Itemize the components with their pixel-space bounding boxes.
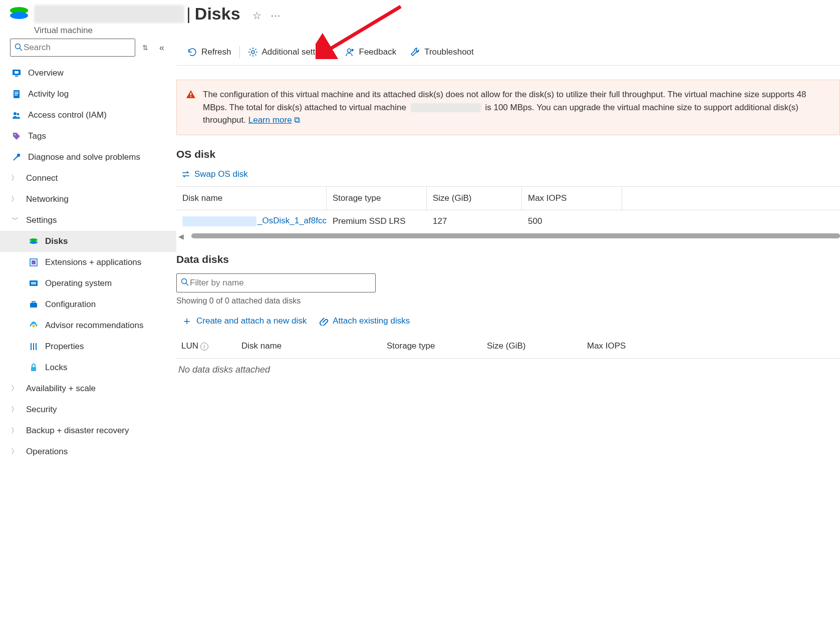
sidebar-item-locks[interactable]: Locks bbox=[0, 357, 176, 378]
expand-collapse-icon[interactable]: ⇅ bbox=[142, 44, 148, 52]
sidebar-item-label: Locks bbox=[45, 363, 67, 373]
sidebar-group-networking[interactable]: 〉Networking bbox=[0, 189, 176, 210]
attach-existing-disk-button[interactable]: Attach existing disks bbox=[320, 316, 410, 326]
sidebar-search[interactable] bbox=[10, 39, 135, 57]
page-header: | Disks ☆ ⋯ Virtual machine bbox=[0, 0, 840, 36]
sidebar-item-extensions[interactable]: Extensions + applications bbox=[0, 252, 176, 273]
attach-icon bbox=[320, 317, 329, 326]
sidebar-group-backup[interactable]: 〉Backup + disaster recovery bbox=[0, 420, 176, 441]
svg-rect-23 bbox=[33, 343, 34, 350]
sidebar-item-label: Settings bbox=[26, 215, 57, 225]
svg-point-30 bbox=[182, 279, 187, 284]
svg-rect-16 bbox=[32, 260, 36, 264]
data-disk-table-header: LUNi Disk name Storage type Size (GiB) M… bbox=[176, 335, 840, 359]
os-disk-table: Disk name Storage type Size (GiB) Max IO… bbox=[176, 186, 840, 240]
sidebar-item-operating-system[interactable]: Operating system bbox=[0, 273, 176, 294]
more-menu-icon[interactable]: ⋯ bbox=[270, 10, 282, 22]
sidebar-group-security[interactable]: 〉Security bbox=[0, 399, 176, 420]
svg-point-26 bbox=[251, 51, 254, 54]
sidebar-group-availability[interactable]: 〉Availability + scale bbox=[0, 378, 176, 399]
additional-settings-button[interactable]: Additional settings bbox=[241, 39, 338, 65]
col-size[interactable]: Size (GiB) bbox=[427, 187, 522, 210]
scroll-left-icon[interactable]: ◀ bbox=[178, 232, 184, 240]
sidebar-item-disks[interactable]: Disks bbox=[0, 231, 176, 252]
cell-max-iops: 500 bbox=[522, 216, 622, 226]
svg-point-9 bbox=[14, 112, 17, 115]
toolbar-label: Refresh bbox=[201, 47, 231, 57]
sidebar-group-settings[interactable]: 〉Settings bbox=[0, 210, 176, 231]
sidebar: ⇅ « Overview Activity log Access control… bbox=[0, 36, 176, 624]
feedback-button[interactable]: Feedback bbox=[338, 39, 404, 65]
sidebar-item-label: Advisor recommendations bbox=[45, 321, 144, 331]
favorite-star-icon[interactable]: ☆ bbox=[252, 10, 261, 22]
col-disk-name[interactable]: Disk name bbox=[176, 187, 327, 210]
sidebar-item-advisor[interactable]: Advisor recommendations bbox=[0, 315, 176, 336]
scroll-track[interactable] bbox=[191, 233, 840, 238]
svg-rect-28 bbox=[190, 93, 191, 95]
col-disk-name[interactable]: Disk name bbox=[236, 341, 382, 351]
sidebar-item-overview[interactable]: Overview bbox=[0, 63, 176, 84]
swap-label: Swap OS disk bbox=[194, 169, 248, 179]
refresh-button[interactable]: Refresh bbox=[180, 39, 238, 65]
chevron-right-icon: 〉 bbox=[11, 426, 18, 435]
sidebar-item-label: Activity log bbox=[28, 89, 69, 99]
col-max-iops[interactable]: Max IOPS bbox=[582, 341, 682, 351]
cell-storage-type: Premium SSD LRS bbox=[327, 216, 427, 226]
troubleshoot-button[interactable]: Troubleshoot bbox=[403, 39, 481, 65]
action-label: Create and attach a new disk bbox=[196, 316, 307, 326]
search-icon bbox=[15, 43, 23, 53]
svg-rect-19 bbox=[30, 303, 37, 307]
svg-rect-5 bbox=[14, 90, 20, 98]
sidebar-group-operations[interactable]: 〉Operations bbox=[0, 441, 176, 462]
external-link-icon: ⧉ bbox=[294, 115, 300, 125]
horizontal-scrollbar[interactable]: ◀ bbox=[176, 232, 840, 240]
svg-rect-18 bbox=[31, 282, 36, 284]
disks-icon bbox=[28, 238, 39, 244]
col-lun[interactable]: LUNi bbox=[176, 341, 236, 351]
os-disk-row[interactable]: _OsDisk_1_af8fcc2b Premium SSD LRS 127 5… bbox=[176, 210, 840, 232]
sidebar-group-connect[interactable]: 〉Connect bbox=[0, 168, 176, 189]
sidebar-search-input[interactable] bbox=[23, 42, 131, 53]
svg-rect-29 bbox=[190, 96, 191, 97]
sidebar-item-label: Diagnose and solve problems bbox=[28, 152, 140, 162]
sidebar-item-properties[interactable]: Properties bbox=[0, 336, 176, 357]
sidebar-item-tags[interactable]: Tags bbox=[0, 126, 176, 147]
sidebar-item-label: Tags bbox=[28, 131, 46, 141]
svg-rect-22 bbox=[31, 343, 32, 350]
sidebar-item-activity-log[interactable]: Activity log bbox=[0, 84, 176, 105]
collapse-sidebar-icon[interactable]: « bbox=[159, 43, 164, 53]
svg-rect-3 bbox=[15, 71, 19, 74]
col-max-iops[interactable]: Max IOPS bbox=[522, 187, 622, 210]
svg-line-31 bbox=[186, 283, 188, 285]
toolbar-label: Additional settings bbox=[262, 47, 331, 57]
svg-point-14 bbox=[30, 241, 38, 244]
info-icon[interactable]: i bbox=[200, 343, 208, 351]
filter-input[interactable] bbox=[189, 277, 371, 288]
sidebar-item-label: Disks bbox=[45, 236, 68, 246]
col-storage-type[interactable]: Storage type bbox=[382, 341, 482, 351]
sidebar-item-diagnose[interactable]: Diagnose and solve problems bbox=[0, 147, 176, 168]
col-storage-type[interactable]: Storage type bbox=[327, 187, 427, 210]
title-divider: | bbox=[186, 4, 191, 24]
chevron-right-icon: 〉 bbox=[11, 447, 18, 456]
filter-box[interactable] bbox=[176, 273, 376, 292]
learn-more-link[interactable]: Learn more bbox=[248, 115, 292, 125]
col-size[interactable]: Size (GiB) bbox=[482, 341, 582, 351]
disk-name-link[interactable]: _OsDisk_1_af8fcc2b bbox=[176, 216, 327, 226]
people-icon bbox=[11, 111, 22, 120]
chevron-right-icon: 〉 bbox=[11, 384, 18, 393]
sidebar-item-configuration[interactable]: Configuration bbox=[0, 294, 176, 315]
chevron-right-icon: 〉 bbox=[11, 405, 18, 414]
os-disk-heading: OS disk bbox=[176, 148, 840, 160]
data-disk-actions: ＋Create and attach a new disk Attach exi… bbox=[181, 314, 840, 329]
create-attach-disk-button[interactable]: ＋Create and attach a new disk bbox=[181, 314, 307, 329]
swap-os-disk-button[interactable]: Swap OS disk bbox=[181, 169, 840, 179]
toolbox-icon bbox=[28, 300, 39, 309]
chevron-right-icon: 〉 bbox=[11, 195, 18, 204]
sidebar-item-access-control[interactable]: Access control (IAM) bbox=[0, 105, 176, 126]
sidebar-item-label: Overview bbox=[28, 68, 64, 78]
sidebar-item-label: Configuration bbox=[45, 299, 96, 309]
sidebar-item-label: Extensions + applications bbox=[45, 257, 141, 267]
toolbar-label: Feedback bbox=[359, 47, 397, 57]
svg-point-21 bbox=[33, 325, 35, 328]
